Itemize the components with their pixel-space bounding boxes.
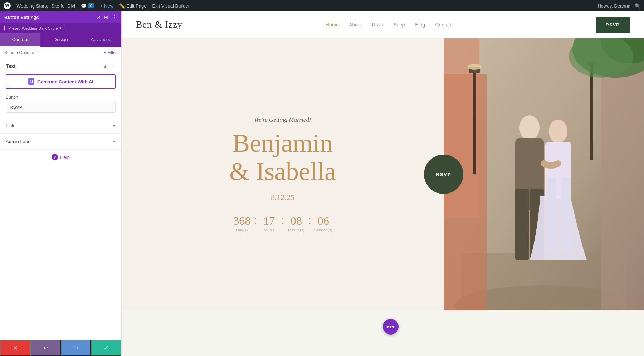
countdown: 368 Day(s) : 17 Hour(s) : 08 Minute(s) :: [231, 215, 334, 232]
nav-item-contact[interactable]: Contact: [435, 22, 452, 28]
new-label: + New: [100, 3, 113, 9]
site-menu: Home About Rsvp Shop Blog Contact: [326, 22, 453, 28]
site-nav: Ben & Izzy Home About Rsvp Shop Blog Con…: [122, 11, 644, 38]
tab-content[interactable]: Content: [0, 33, 40, 47]
save-button[interactable]: ✓: [91, 340, 121, 356]
nav-item-rsvp[interactable]: Rsvp: [372, 22, 384, 28]
search-input[interactable]: [4, 50, 102, 55]
preset-label: Preset: Wedding Dark Circle: [8, 26, 58, 30]
svg-rect-18: [515, 189, 529, 260]
countdown-days-label: Day(s): [231, 228, 253, 232]
howdy-label: Howdy, Deanna: [597, 3, 630, 9]
panel-tabs: Content Design Advanced: [0, 33, 121, 47]
link-section-chevron-icon: ▾: [113, 123, 116, 128]
svg-rect-7: [473, 67, 476, 174]
countdown-minutes-label: Minute(s): [286, 228, 307, 232]
nav-item-about[interactable]: About: [349, 22, 362, 28]
countdown-seconds: 06 Second(s): [313, 215, 334, 232]
site-name[interactable]: Wedding Starter Site for Divi: [16, 3, 75, 9]
wp-logo[interactable]: W: [4, 2, 11, 9]
wp-admin-bar: W Wedding Starter Site for Divi 💬 0 + Ne…: [0, 0, 644, 11]
undo-icon: ↩: [43, 345, 48, 351]
tab-design-label: Design: [53, 37, 68, 42]
countdown-days-number: 368: [231, 215, 253, 226]
countdown-minutes: 08 Minute(s): [286, 215, 307, 232]
hero-name2: & Isabella: [229, 157, 336, 186]
help-button[interactable]: ? Help: [0, 149, 121, 165]
panel-content: Text ▲ ⋮ AI Generate Content With AI But…: [0, 58, 121, 340]
site-rsvp-button[interactable]: RSVP: [596, 17, 630, 33]
help-circle-icon: ?: [52, 154, 58, 160]
admin-label-chevron-icon: ▾: [113, 139, 116, 144]
filter-plus-icon: +: [104, 50, 106, 55]
redo-button[interactable]: ↪: [61, 340, 91, 356]
countdown-sep-1: :: [254, 215, 257, 226]
panel-layout-icon[interactable]: ⊞: [104, 14, 108, 20]
hero-left: We're Getting Married! Benjamin & Isabel…: [122, 38, 444, 310]
link-section-title: Link: [6, 123, 14, 128]
edit-icon: ✏️: [119, 3, 125, 9]
undo-button[interactable]: ↩: [30, 340, 61, 356]
edit-page-label: Edit Page: [126, 3, 146, 9]
site-name-label: Wedding Starter Site for Divi: [16, 3, 75, 9]
nav-item-blog[interactable]: Blog: [415, 22, 425, 28]
cancel-button[interactable]: ✕: [0, 340, 30, 356]
panel-header-icons: ⊙ ⊞ ⋮: [96, 14, 117, 20]
nav-item-shop[interactable]: Shop: [394, 22, 405, 28]
panel-title: Button Settings: [4, 15, 39, 20]
tab-advanced-label: Advanced: [91, 37, 112, 42]
hero-section: We're Getting Married! Benjamin & Isabel…: [122, 38, 644, 310]
text-section-collapse-icon[interactable]: ▲: [103, 63, 108, 69]
text-section-header: Text ▲ ⋮: [0, 58, 121, 73]
text-section-more-icon[interactable]: ⋮: [111, 63, 116, 69]
svg-point-16: [519, 115, 540, 140]
filter-button[interactable]: + Filter: [104, 50, 117, 55]
couple-photo-svg: [444, 38, 644, 310]
admin-bar-right: Howdy, Deanna 🔍: [597, 3, 640, 9]
svg-rect-22: [547, 178, 556, 249]
button-field-group: Button: [0, 93, 121, 118]
link-section[interactable]: Link ▾: [0, 118, 121, 133]
filter-label: Filter: [107, 50, 117, 55]
help-label: Help: [60, 155, 70, 160]
countdown-minutes-number: 08: [286, 215, 307, 226]
edit-page-item[interactable]: ✏️ Edit Page: [119, 3, 146, 9]
search-icon[interactable]: 🔍: [635, 3, 640, 9]
button-text-input[interactable]: [6, 102, 116, 113]
main-wrapper: Button Settings ⊙ ⊞ ⋮ Preset: Wedding Da…: [0, 11, 644, 356]
ai-button-label: Generate Content With AI: [37, 79, 93, 84]
hero-subtitle: We're Getting Married!: [254, 116, 311, 123]
countdown-hours-number: 17: [258, 215, 280, 226]
panel-more-icon[interactable]: ⋮: [112, 14, 117, 20]
text-section-icons: ▲ ⋮: [103, 63, 116, 69]
countdown-hours-label: Hour(s): [258, 228, 280, 232]
hero-names: Benjamin & Isabella: [229, 129, 336, 186]
tab-design[interactable]: Design: [40, 33, 81, 47]
countdown-seconds-number: 06: [313, 215, 334, 226]
new-item[interactable]: + New: [100, 3, 113, 9]
countdown-hours: 17 Hour(s): [258, 215, 280, 232]
comments-count: 0: [88, 3, 94, 8]
left-panel: Button Settings ⊙ ⊞ ⋮ Preset: Wedding Da…: [0, 11, 122, 356]
rsvp-circle-button[interactable]: RSVP: [424, 155, 463, 194]
hero-date: 8.12.25: [271, 193, 294, 202]
panel-header: Button Settings ⊙ ⊞ ⋮: [0, 11, 121, 23]
comment-icon: 💬: [81, 3, 87, 9]
button-field-label: Button: [6, 95, 116, 100]
site-logo: Ben & Izzy: [136, 19, 182, 30]
panel-zoom-icon[interactable]: ⊙: [96, 14, 101, 20]
preset-badge[interactable]: Preset: Wedding Dark Circle ▾: [4, 25, 65, 31]
svg-rect-6: [601, 38, 644, 310]
tab-advanced[interactable]: Advanced: [81, 33, 121, 47]
svg-point-9: [467, 64, 482, 70]
floating-dots-button[interactable]: •••: [383, 319, 399, 335]
comments-item[interactable]: 💬 0: [81, 3, 94, 9]
nav-item-home[interactable]: Home: [326, 22, 339, 28]
website-preview: Ben & Izzy Home About Rsvp Shop Blog Con…: [122, 11, 644, 356]
exit-builder-label: Exit Visual Builder: [152, 3, 190, 9]
text-section-title: Text: [6, 63, 16, 69]
hero-right: [444, 38, 644, 310]
ai-generate-button[interactable]: AI Generate Content With AI: [6, 74, 116, 89]
exit-builder-item[interactable]: Exit Visual Builder: [152, 3, 190, 9]
admin-label-section[interactable]: Admin Label ▾: [0, 133, 121, 149]
